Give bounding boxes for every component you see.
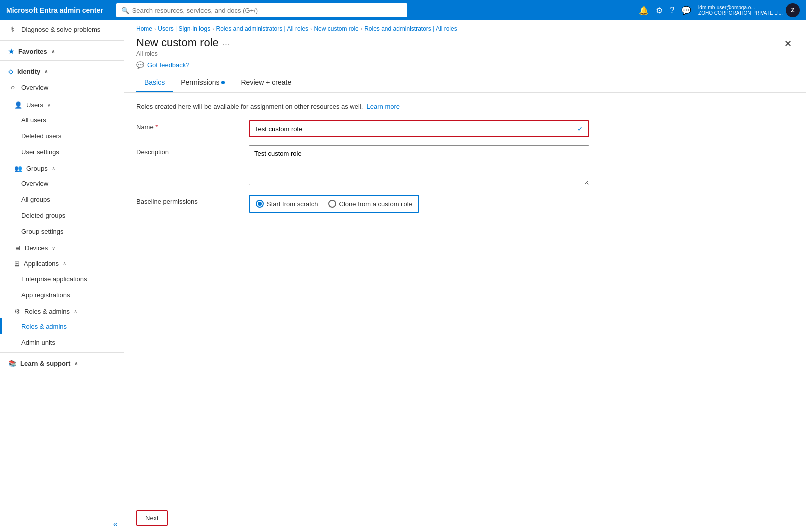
sidebar-item-overview[interactable]: ○ Overview	[0, 78, 124, 96]
sidebar-item-app-registrations[interactable]: App registrations	[0, 287, 124, 303]
sidebar-section-roles[interactable]: ⚙ Roles & admins ∧	[0, 303, 124, 318]
devices-label: Devices	[25, 244, 48, 252]
all-users-label: All users	[21, 116, 46, 124]
clone-from-custom-radio[interactable]	[328, 200, 336, 208]
overview-label: Overview	[21, 84, 118, 91]
breadcrumb-home[interactable]: Home	[136, 25, 152, 32]
tab-basics[interactable]: Basics	[136, 73, 173, 92]
identity-icon: ◇	[8, 68, 13, 75]
search-icon: 🔍	[121, 7, 129, 14]
diagnose-icon: ⚕	[8, 25, 17, 33]
tab-review-create[interactable]: Review + create	[233, 73, 299, 92]
sidebar-collapse-button[interactable]: «	[0, 517, 124, 532]
breadcrumb-all-roles-1[interactable]: Roles and administrators | All roles	[216, 25, 309, 32]
start-from-scratch-option[interactable]: Start from scratch	[256, 200, 318, 208]
feedback-bar[interactable]: 💬 Got feedback?	[124, 57, 806, 73]
groups-icon: 👥	[14, 165, 22, 172]
identity-chevron: ∧	[44, 69, 48, 74]
page-header-actions: ✕	[782, 36, 794, 51]
permissions-badge	[221, 81, 225, 84]
close-button[interactable]: ✕	[782, 36, 794, 51]
sidebar-item-enterprise-apps[interactable]: Enterprise applications	[0, 271, 124, 287]
learn-icon: 📚	[8, 360, 16, 367]
sidebar-section-identity[interactable]: ◇ Identity ∧	[0, 63, 124, 78]
overview-icon: ○	[8, 83, 17, 91]
help-icon[interactable]: ?	[670, 6, 674, 15]
sidebar-item-all-users[interactable]: All users	[0, 112, 124, 128]
ellipsis-button[interactable]: ...	[223, 38, 229, 47]
sidebar-section-favorites[interactable]: ★ Favorites ∧	[0, 43, 124, 58]
sidebar: ⚕ Diagnose & solve problems ★ Favorites …	[0, 20, 124, 532]
sidebar-divider-1	[0, 40, 124, 41]
sidebar-item-user-settings[interactable]: User settings	[0, 144, 124, 160]
sidebar-item-roles-admins[interactable]: Roles & admins	[0, 318, 124, 334]
star-icon: ★	[8, 48, 14, 55]
roles-section-label: Roles & admins	[24, 308, 70, 315]
breadcrumb-sep-4: ›	[361, 26, 362, 32]
devices-icon: 🖥	[14, 244, 21, 252]
name-field-wrap: ✓	[249, 120, 589, 137]
admin-units-label: Admin units	[21, 339, 55, 346]
sidebar-item-admin-units[interactable]: Admin units	[0, 334, 124, 350]
baseline-permissions-label: Baseline permissions	[136, 195, 237, 205]
sidebar-section-users[interactable]: 👤 Users ∧	[0, 96, 124, 112]
name-input-container: ✓	[249, 120, 589, 137]
sidebar-section-devices[interactable]: 🖥 Devices ∨	[0, 239, 124, 255]
start-from-scratch-radio[interactable]	[256, 200, 264, 208]
sidebar-item-groups-overview[interactable]: Overview	[0, 175, 124, 191]
sidebar-item-diagnose[interactable]: ⚕ Diagnose & solve problems	[0, 20, 124, 38]
description-label: Description	[136, 145, 237, 156]
feedback-icon[interactable]: 💬	[681, 6, 691, 15]
name-required-indicator: *	[155, 123, 158, 131]
clone-from-custom-option[interactable]: Clone from a custom role	[328, 200, 412, 208]
form-description: Roles created here will be available for…	[136, 103, 794, 110]
breadcrumb-new-custom-role[interactable]: New custom role	[314, 25, 358, 32]
roles-admins-label: Roles & admins	[21, 323, 67, 330]
name-label: Name *	[136, 120, 237, 131]
user-menu[interactable]: idm-mb-user@ompqa.o... ZOHO CORPORATION …	[698, 3, 800, 17]
roles-chevron: ∧	[74, 309, 77, 314]
sidebar-divider-3	[0, 352, 124, 353]
identity-label: Identity	[17, 68, 40, 75]
breadcrumb-sign-in-logs[interactable]: Users | Sign-in logs	[158, 25, 210, 32]
sidebar-divider-2	[0, 60, 124, 61]
tab-permissions[interactable]: Permissions	[173, 73, 233, 92]
feedback-icon: 💬	[136, 61, 144, 69]
page-header: New custom role ... All roles ✕	[124, 34, 806, 57]
users-label: Users	[26, 101, 43, 109]
sidebar-section-applications[interactable]: ⊞ Applications ∧	[0, 255, 124, 271]
user-settings-label: User settings	[21, 148, 59, 156]
search-bar[interactable]: 🔍	[116, 3, 407, 17]
sidebar-item-deleted-groups[interactable]: Deleted groups	[0, 207, 124, 223]
sidebar-section-learn[interactable]: 📚 Learn & support ∧	[0, 355, 124, 370]
description-textarea[interactable]: Test custom role	[249, 145, 589, 185]
baseline-options-container: Start from scratch Clone from a custom r…	[249, 195, 419, 213]
gear-icon[interactable]: ⚙	[656, 6, 663, 15]
next-button[interactable]: Next	[136, 510, 168, 526]
all-groups-label: All groups	[21, 196, 50, 203]
applications-label: Applications	[24, 260, 59, 268]
name-input[interactable]	[255, 125, 577, 133]
groups-label: Groups	[26, 165, 48, 172]
bell-icon[interactable]: 🔔	[639, 6, 649, 15]
deleted-users-label: Deleted users	[21, 132, 61, 140]
applications-chevron: ∧	[63, 261, 66, 267]
description-field-row: Description Test custom role	[136, 145, 794, 187]
user-email: idm-mb-user@ompqa.o...	[698, 5, 783, 10]
sidebar-item-deleted-users[interactable]: Deleted users	[0, 128, 124, 144]
learn-more-link[interactable]: Learn more	[367, 103, 400, 110]
main-layout: ⚕ Diagnose & solve problems ★ Favorites …	[0, 20, 806, 532]
search-input[interactable]	[132, 7, 402, 14]
brand-name: Microsoft Entra admin center	[6, 6, 103, 14]
user-avatar[interactable]: Z	[786, 3, 800, 17]
sidebar-item-all-groups[interactable]: All groups	[0, 191, 124, 207]
baseline-permissions-row: Baseline permissions Start from scratch …	[136, 195, 794, 213]
sidebar-item-diagnose-label: Diagnose & solve problems	[21, 26, 118, 33]
sidebar-item-group-settings[interactable]: Group settings	[0, 223, 124, 239]
tabs: Basics Permissions Review + create	[124, 73, 806, 93]
learn-chevron: ∧	[74, 361, 78, 366]
sidebar-section-groups[interactable]: 👥 Groups ∧	[0, 160, 124, 175]
deleted-groups-label: Deleted groups	[21, 212, 65, 219]
breadcrumb-all-roles-2[interactable]: Roles and administrators | All roles	[364, 25, 457, 32]
user-org: ZOHO CORPORATION PRIVATE LI...	[698, 10, 783, 16]
